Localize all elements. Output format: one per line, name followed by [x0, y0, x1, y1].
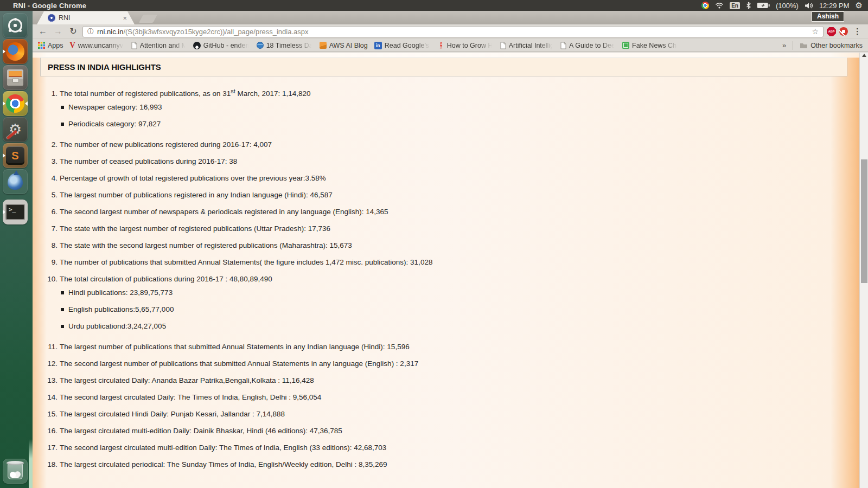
list-marker: 6. — [40, 207, 60, 224]
vertical-scrollbar[interactable] — [859, 53, 868, 488]
tab-title: RNI — [59, 14, 119, 22]
scrollbar-thumb[interactable] — [861, 159, 867, 283]
bookmark-item[interactable]: Artificial Intellig — [500, 42, 554, 49]
highlight-text: The largest circulated multi-edition Dai… — [60, 426, 342, 443]
clock[interactable]: 12:29 PM — [819, 2, 850, 10]
bookmark-label: AWS AI Blog — [329, 42, 368, 49]
highlight-sub-bullet: Urdu publicationd:3,24,27,005 — [40, 322, 847, 338]
highlight-item: 11.The largest number of publications th… — [40, 342, 847, 359]
scrollbar-up-arrow[interactable] — [862, 54, 866, 57]
running-indicator — [3, 210, 5, 214]
tab-rni[interactable]: RNI × — [37, 11, 135, 24]
text-fragment: The total number of registered publicati… — [60, 89, 231, 98]
deluge-icon[interactable] — [3, 169, 28, 194]
fake-news-icon — [622, 42, 629, 49]
bookmarks-overflow-chevron[interactable]: » — [782, 41, 786, 49]
tab-strip: RNI × — [33, 11, 868, 24]
water-drop-icon — [8, 174, 23, 190]
bookmark-item[interactable]: Fake News Chall — [622, 42, 679, 49]
highlight-item: 13.The largest circulated Daily: Ananda … — [40, 376, 847, 393]
list-marker: 9. — [40, 258, 60, 274]
page-info-icon[interactable]: ⓘ — [87, 27, 94, 36]
adblock-plus-icon[interactable]: ABP — [827, 27, 836, 36]
keyboard-layout-indicator[interactable]: En — [730, 2, 740, 9]
firefox-icon[interactable] — [3, 39, 28, 64]
bookmark-label: Artificial Intellig — [509, 42, 554, 49]
highlight-text: The largest circulated Hindi Daily: Punj… — [60, 409, 285, 426]
dash-home-icon[interactable] — [3, 13, 28, 38]
highlight-text: The number of ceased publications during… — [60, 157, 237, 174]
apps-grid-icon — [38, 42, 45, 49]
reload-button[interactable]: ↻ — [67, 27, 79, 36]
volume-icon[interactable] — [805, 2, 813, 9]
list-marker: 3. — [40, 157, 60, 174]
wifi-icon[interactable] — [715, 2, 724, 9]
new-tab-button[interactable] — [139, 15, 157, 23]
highlights-list: 1.The total number of registered publica… — [40, 76, 847, 478]
highlight-sub-bullet: Periodicals category: 97,827 — [40, 119, 847, 136]
list-marker: 19. — [40, 477, 60, 478]
ubuntu-logo-icon — [8, 18, 22, 33]
highlight-item: 17.The second largest circulated multi-e… — [40, 443, 847, 460]
list-marker: 18. — [40, 460, 60, 477]
list-marker: 7. — [40, 224, 60, 241]
other-bookmarks-button[interactable]: Other bookmarks — [800, 42, 863, 49]
page-title: PRESS IN INDIA HIGHLIGHTS — [40, 57, 847, 76]
terminal-icon[interactable]: >_ — [3, 200, 28, 224]
bookmark-star-icon[interactable]: ☆ — [812, 27, 819, 36]
url-path: /(S(3bjk3wfsxvqyzo15kyge2crc))/all_page/… — [123, 28, 308, 36]
square-bullet-icon — [61, 308, 64, 311]
bookmark-item[interactable]: GitHub - enderne — [193, 42, 250, 49]
bookmark-item[interactable]: Attention and M — [131, 42, 187, 49]
chrome-launcher-icon[interactable] — [3, 91, 28, 116]
chrome-indicator-icon[interactable] — [701, 2, 709, 9]
onetab-extension-icon[interactable] — [839, 27, 848, 36]
terminal-prompt-icon: >_ — [5, 204, 25, 220]
highlight-text: The largest number of publications that … — [60, 342, 410, 359]
list-marker: 2. — [40, 140, 60, 157]
tab-close-icon[interactable]: × — [123, 15, 127, 22]
sublime-text-icon[interactable]: S — [3, 143, 28, 168]
highlight-sub-bullet: Newspaper category: 16,993 — [40, 102, 847, 119]
highlight-text: The number of new publications registere… — [60, 140, 272, 157]
battery-icon[interactable] — [757, 2, 770, 9]
bluetooth-icon[interactable] — [746, 2, 751, 9]
bookmark-label: GitHub - enderne — [203, 42, 250, 49]
bookmark-item[interactable]: Apps — [38, 42, 63, 49]
highlight-text: Percentage of growth of total registered… — [60, 174, 326, 190]
highlight-text: Newspaper category: 16,993 — [68, 102, 162, 119]
highlight-text: The largest circulated Daily: Ananda Baz… — [60, 376, 314, 393]
back-button[interactable]: ← — [37, 27, 49, 36]
url-host: rni.nic.in — [97, 28, 123, 36]
highlight-item: 19.The largest circulated periodical in … — [40, 477, 847, 478]
bookmark-item[interactable]: How to Grow Hu — [438, 42, 494, 49]
bookmark-item[interactable]: A Guide to Deep — [560, 42, 616, 49]
list-marker — [40, 102, 60, 119]
bookmark-label: Read Google's e — [385, 42, 431, 49]
bookmarks-separator — [793, 41, 793, 50]
highlight-text: The second largest circulated multi-edit… — [60, 443, 386, 460]
browser-toolbar: ← → ↻ ⓘ rni.nic.in/(S(3bjk3wfsxvqyzo15ky… — [33, 24, 868, 39]
bookmark-item[interactable]: inRead Google's e — [374, 42, 431, 49]
file-manager-icon[interactable] — [3, 65, 28, 90]
list-marker: 4. — [40, 174, 60, 190]
other-bookmarks-label: Other bookmarks — [810, 42, 863, 49]
session-gear-icon[interactable]: ⚙ — [856, 1, 863, 10]
square-bullet-icon — [61, 291, 64, 294]
bookmark-item[interactable]: Vwww.uncannyvi — [70, 41, 125, 50]
address-bar[interactable]: ⓘ rni.nic.in/(S(3bjk3wfsxvqyzo15kyge2crc… — [82, 26, 824, 37]
list-marker: 5. — [40, 190, 60, 207]
bookmark-item[interactable]: 18 Timeless Data — [257, 42, 313, 49]
sublime-logo-icon: S — [6, 146, 24, 165]
forward-button[interactable]: → — [52, 27, 64, 36]
list-marker: 11. — [40, 342, 60, 359]
bookmark-label: www.uncannyvi — [78, 42, 125, 49]
chrome-menu-icon[interactable]: ⋮ — [851, 27, 864, 36]
page-icon — [500, 42, 506, 49]
aws-cube-icon — [320, 42, 327, 49]
bookmark-item[interactable]: AWS AI Blog — [320, 42, 368, 49]
system-settings-icon[interactable]: ⚙ — [3, 117, 28, 142]
highlight-item: 8.The state with the second largest numb… — [40, 241, 847, 258]
folder-icon — [800, 42, 808, 49]
trash-icon[interactable] — [3, 459, 28, 484]
